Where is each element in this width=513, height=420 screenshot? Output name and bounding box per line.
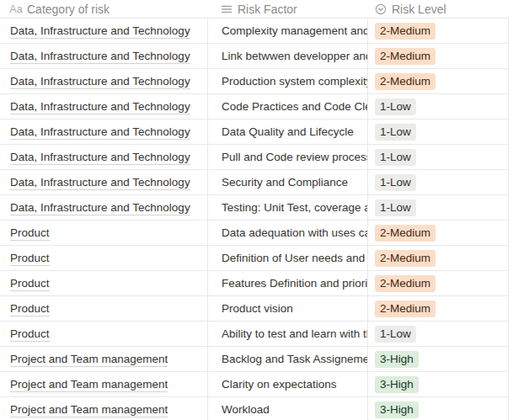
table-row: Product Features Definition and priorit … xyxy=(0,271,509,296)
risk-level-cell[interactable]: 3-High xyxy=(368,372,509,396)
page-title-link[interactable]: Product xyxy=(10,301,50,316)
table-row: Data, Infrastructure and Technology Data… xyxy=(0,120,509,145)
table-row: Product Data adequation with uses ca 2-M… xyxy=(0,221,509,246)
risk-level-cell[interactable]: 2-Medium xyxy=(368,44,509,68)
page-title-link[interactable]: Data, Infrastructure and Technology xyxy=(10,150,190,165)
category-of-risk-cell[interactable]: Data, Infrastructure and Technology xyxy=(0,44,208,68)
risk-level-badge: 1-Low xyxy=(375,98,416,115)
risk-factor-cell[interactable]: Pull and Code review process xyxy=(208,145,368,169)
risk-factor-cell[interactable]: Security and Compliance xyxy=(208,170,368,194)
select-property-icon xyxy=(374,3,387,16)
risk-factor-cell[interactable]: Complexity management and xyxy=(208,19,368,43)
category-of-risk-cell[interactable]: Product xyxy=(0,221,208,245)
risk-level-cell[interactable]: 1-Low xyxy=(368,170,509,194)
page-title-link[interactable]: Data, Infrastructure and Technology xyxy=(10,74,190,89)
category-of-risk-cell[interactable]: Data, Infrastructure and Technology xyxy=(0,19,208,43)
category-of-risk-cell[interactable]: Project and Team management xyxy=(0,397,208,420)
page-title-link[interactable]: Data, Infrastructure and Technology xyxy=(10,49,190,64)
category-of-risk-cell[interactable]: Product xyxy=(0,296,208,321)
risk-factor-cell[interactable]: Features Definition and priorit xyxy=(208,271,368,295)
page-title-link[interactable]: Product xyxy=(10,276,50,291)
risk-level-badge: 1-Low xyxy=(375,124,416,141)
risk-factor-cell[interactable]: Production system complexity xyxy=(208,69,368,93)
table-row: Data, Infrastructure and Technology Pull… xyxy=(0,145,509,170)
page-title-link[interactable]: Project and Team management xyxy=(10,377,168,392)
column-header-risk-factor[interactable]: Risk Factor xyxy=(208,0,368,18)
risk-level-cell[interactable]: 2-Medium xyxy=(368,271,509,295)
risk-level-cell[interactable]: 1-Low xyxy=(368,145,509,169)
risk-level-badge: 2-Medium xyxy=(375,73,436,90)
column-header-risk-level[interactable]: Risk Level xyxy=(368,0,509,18)
category-of-risk-cell[interactable]: Data, Infrastructure and Technology xyxy=(0,195,208,220)
table-row: Product Product vision 2-Medium xyxy=(0,296,509,322)
risk-factor-cell[interactable]: Data Quality and Lifecycle xyxy=(208,120,368,144)
risk-level-badge: 1-Low xyxy=(375,174,416,191)
risk-level-cell[interactable]: 2-Medium xyxy=(368,246,509,270)
risk-level-cell[interactable]: 1-Low xyxy=(368,195,509,220)
risk-level-cell[interactable]: 2-Medium xyxy=(368,296,509,321)
risk-level-badge: 2-Medium xyxy=(375,225,436,242)
risk-factor-cell[interactable]: Testing: Unit Test, coverage an xyxy=(208,195,368,220)
column-header-label: Risk Level xyxy=(392,3,446,16)
risk-level-badge: 3-High xyxy=(375,351,419,368)
table-row: Product Definition of User needs and 2-M… xyxy=(0,246,509,271)
category-of-risk-cell[interactable]: Data, Infrastructure and Technology xyxy=(0,170,208,194)
page-title-link[interactable]: Data, Infrastructure and Technology xyxy=(10,125,190,140)
page-title-link[interactable]: Product xyxy=(10,251,50,266)
page-title-link[interactable]: Data, Infrastructure and Technology xyxy=(10,99,190,114)
risk-level-badge: 2-Medium xyxy=(375,250,436,267)
risk-factor-cell[interactable]: Backlog and Task Assignemen xyxy=(208,347,368,371)
table-row: Data, Infrastructure and Technology Link… xyxy=(0,44,509,69)
table-row: Data, Infrastructure and Technology Secu… xyxy=(0,170,509,195)
risk-factor-cell[interactable]: Data adequation with uses ca xyxy=(208,221,368,245)
risk-database-table: Aa Category of risk Risk Factor xyxy=(0,0,509,420)
category-of-risk-cell[interactable]: Data, Infrastructure and Technology xyxy=(0,94,208,119)
risk-level-cell[interactable]: 1-Low xyxy=(368,322,509,346)
risk-level-cell[interactable]: 2-Medium xyxy=(368,69,509,93)
risk-level-badge: 1-Low xyxy=(375,199,416,216)
category-of-risk-cell[interactable]: Product xyxy=(0,271,208,295)
category-of-risk-cell[interactable]: Data, Infrastructure and Technology xyxy=(0,145,208,169)
risk-level-badge: 1-Low xyxy=(375,149,416,166)
risk-factor-cell[interactable]: Link betwwen developper and xyxy=(208,44,368,68)
risk-level-cell[interactable]: 2-Medium xyxy=(368,221,509,245)
risk-level-cell[interactable]: 1-Low xyxy=(368,120,509,144)
category-of-risk-cell[interactable]: Project and Team management xyxy=(0,347,208,371)
table-row: Project and Team management Backlog and … xyxy=(0,347,509,372)
category-of-risk-cell[interactable]: Product xyxy=(0,246,208,270)
text-property-icon xyxy=(220,3,233,16)
page-title-link[interactable]: Data, Infrastructure and Technology xyxy=(10,24,190,39)
risk-factor-cell[interactable]: Ability to test and learn with th xyxy=(208,322,368,346)
table-row: Data, Infrastructure and Technology Prod… xyxy=(0,69,509,94)
category-of-risk-cell[interactable]: Data, Infrastructure and Technology xyxy=(0,120,208,144)
page-title-link[interactable]: Product xyxy=(10,226,50,241)
risk-level-badge: 1-Low xyxy=(375,326,416,343)
risk-factor-cell[interactable]: Code Practices and Code Clea xyxy=(208,94,368,119)
risk-level-badge: 2-Medium xyxy=(375,48,436,65)
category-of-risk-cell[interactable]: Product xyxy=(0,322,208,346)
risk-level-badge: 3-High xyxy=(375,401,419,418)
column-header-label: Risk Factor xyxy=(238,3,297,16)
risk-level-cell[interactable]: 3-High xyxy=(368,347,509,371)
table-row: Data, Infrastructure and Technology Test… xyxy=(0,195,509,221)
table-body: Data, Infrastructure and Technology Comp… xyxy=(0,19,509,420)
risk-factor-cell[interactable]: Product vision xyxy=(208,296,368,321)
table-row: Product Ability to test and learn with t… xyxy=(0,322,509,347)
risk-factor-cell[interactable]: Workload xyxy=(208,397,368,420)
table-row: Project and Team management Workload 3-H… xyxy=(0,397,509,420)
page-title-link[interactable]: Product xyxy=(10,327,50,342)
page-title-link[interactable]: Data, Infrastructure and Technology xyxy=(10,175,190,190)
page-title-link[interactable]: Project and Team management xyxy=(10,402,168,417)
category-of-risk-cell[interactable]: Data, Infrastructure and Technology xyxy=(0,69,208,93)
risk-factor-cell[interactable]: Definition of User needs and xyxy=(208,246,368,270)
page-title-link[interactable]: Data, Infrastructure and Technology xyxy=(10,200,190,215)
column-header-category-of-risk[interactable]: Aa Category of risk xyxy=(0,0,208,18)
risk-level-cell[interactable]: 3-High xyxy=(368,397,509,420)
risk-level-cell[interactable]: 1-Low xyxy=(368,94,509,119)
risk-level-badge: 2-Medium xyxy=(375,275,436,292)
category-of-risk-cell[interactable]: Project and Team management xyxy=(0,372,208,396)
risk-factor-cell[interactable]: Clarity on expectations xyxy=(208,372,368,396)
risk-level-cell[interactable]: 2-Medium xyxy=(368,19,509,43)
column-header-label: Category of risk xyxy=(27,3,110,16)
page-title-link[interactable]: Project and Team management xyxy=(10,352,168,367)
